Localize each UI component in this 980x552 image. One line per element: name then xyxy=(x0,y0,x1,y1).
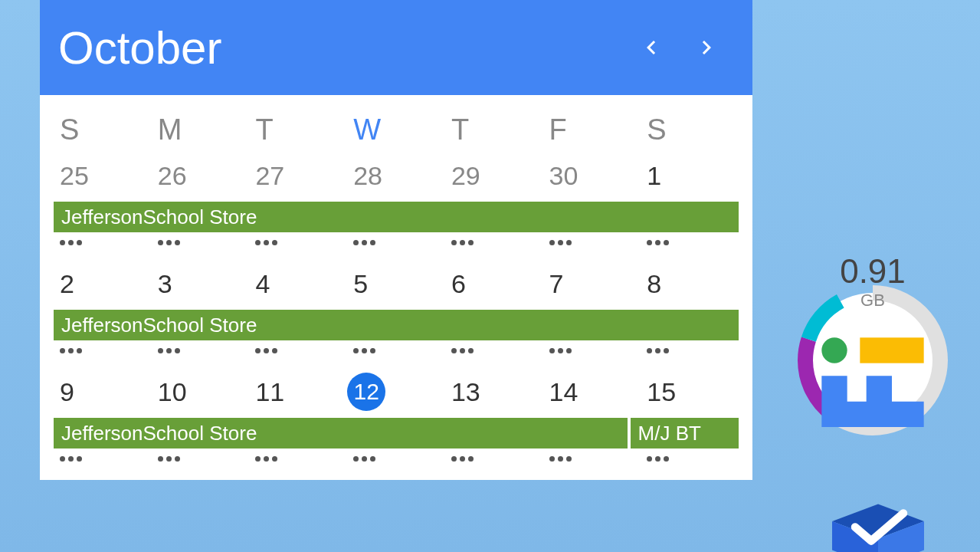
date-cell[interactable]: 11 xyxy=(249,372,347,412)
date-cell[interactable]: 8 xyxy=(641,264,739,304)
event-bar: JeffersonSchool Store xyxy=(54,202,739,232)
week-block: 9101112131415JeffersonSchool StoreM/J BT xyxy=(54,372,739,462)
month-label: October xyxy=(58,21,624,74)
event-bar: JeffersonSchool StoreM/J BT xyxy=(54,418,739,449)
calendar-event[interactable]: M/J BT xyxy=(631,418,739,449)
date-cell[interactable]: 30 xyxy=(543,156,641,196)
date-cell[interactable]: 3 xyxy=(152,264,250,304)
date-row: 2526272829301 xyxy=(54,156,739,196)
date-cell[interactable]: 15 xyxy=(641,372,739,412)
more-events-indicator[interactable] xyxy=(445,240,543,245)
calendar-body: SMTWTFS 2526272829301JeffersonSchool Sto… xyxy=(40,95,752,462)
date-cell[interactable]: 28 xyxy=(347,156,445,196)
more-events-indicator[interactable] xyxy=(54,240,152,245)
date-row: 2345678 xyxy=(54,264,739,304)
date-cell[interactable]: 9 xyxy=(54,372,152,412)
day-header: T xyxy=(445,113,543,146)
day-header: F xyxy=(543,113,641,146)
date-cell[interactable]: 5 xyxy=(347,264,445,304)
date-cell[interactable]: 14 xyxy=(543,372,641,412)
more-events-indicator[interactable] xyxy=(445,456,543,462)
date-cell[interactable]: 10 xyxy=(152,372,250,412)
more-events-indicator[interactable] xyxy=(347,240,445,245)
date-row: 9101112131415 xyxy=(54,372,739,412)
more-events-indicator[interactable] xyxy=(152,456,250,462)
more-events-indicator[interactable] xyxy=(54,348,152,353)
calendar-header: October xyxy=(40,0,752,95)
more-events-indicator[interactable] xyxy=(641,348,739,353)
day-header: T xyxy=(249,113,347,146)
day-header: S xyxy=(54,113,152,146)
date-cell[interactable]: 26 xyxy=(152,156,250,196)
more-events-indicator[interactable] xyxy=(347,348,445,353)
tasks-widget-icon[interactable] xyxy=(821,491,936,552)
date-cell[interactable]: 12 xyxy=(347,372,445,412)
more-events-indicator[interactable] xyxy=(54,456,152,462)
data-usage-value: 0.91 xyxy=(796,252,949,291)
day-header: M xyxy=(152,113,250,146)
more-events-indicator[interactable] xyxy=(641,240,739,245)
calendar-event[interactable]: JeffersonSchool Store xyxy=(54,310,739,340)
more-events-indicator[interactable] xyxy=(347,456,445,462)
more-events-row xyxy=(54,456,739,462)
date-cell[interactable]: 29 xyxy=(445,156,543,196)
next-month-button[interactable] xyxy=(679,20,734,75)
date-cell[interactable]: 6 xyxy=(445,264,543,304)
more-events-indicator[interactable] xyxy=(641,456,739,462)
date-cell[interactable]: 1 xyxy=(641,156,739,196)
day-header: W xyxy=(347,113,445,146)
svg-rect-5 xyxy=(860,337,923,363)
week-block: 2526272829301JeffersonSchool Store xyxy=(54,156,739,245)
chevron-left-icon xyxy=(637,34,665,61)
date-cell[interactable]: 4 xyxy=(249,264,347,304)
calendar-event[interactable]: JeffersonSchool Store xyxy=(54,418,628,449)
more-events-indicator[interactable] xyxy=(543,348,641,353)
chevron-right-icon xyxy=(693,34,720,61)
more-events-indicator[interactable] xyxy=(249,456,347,462)
more-events-indicator[interactable] xyxy=(249,240,347,245)
today-indicator: 12 xyxy=(347,373,385,411)
day-header: S xyxy=(641,113,739,146)
data-usage-unit: GB xyxy=(796,291,949,310)
more-events-row xyxy=(54,348,739,353)
more-events-indicator[interactable] xyxy=(249,348,347,353)
event-bar: JeffersonSchool Store xyxy=(54,310,739,340)
fi-logo-icon xyxy=(796,312,949,468)
more-events-indicator[interactable] xyxy=(445,348,543,353)
svg-point-4 xyxy=(821,337,847,363)
more-events-indicator[interactable] xyxy=(152,348,250,353)
date-cell[interactable]: 2 xyxy=(54,264,152,304)
more-events-row xyxy=(54,240,739,245)
day-header-row: SMTWTFS xyxy=(54,113,739,146)
date-cell[interactable]: 7 xyxy=(543,264,641,304)
calendar-widget[interactable]: October SMTWTFS 2526272829301JeffersonSc… xyxy=(40,0,752,480)
date-cell[interactable]: 13 xyxy=(445,372,543,412)
date-cell[interactable]: 27 xyxy=(249,156,347,196)
date-cell[interactable]: 25 xyxy=(54,156,152,196)
calendar-event[interactable]: JeffersonSchool Store xyxy=(54,202,739,232)
data-usage-widget[interactable]: 0.91 GB xyxy=(796,284,949,437)
more-events-indicator[interactable] xyxy=(543,456,641,462)
prev-month-button[interactable] xyxy=(624,20,679,75)
more-events-indicator[interactable] xyxy=(543,240,641,245)
data-ring: 0.91 GB xyxy=(796,284,949,437)
more-events-indicator[interactable] xyxy=(152,240,250,245)
week-block: 2345678JeffersonSchool Store xyxy=(54,264,739,353)
